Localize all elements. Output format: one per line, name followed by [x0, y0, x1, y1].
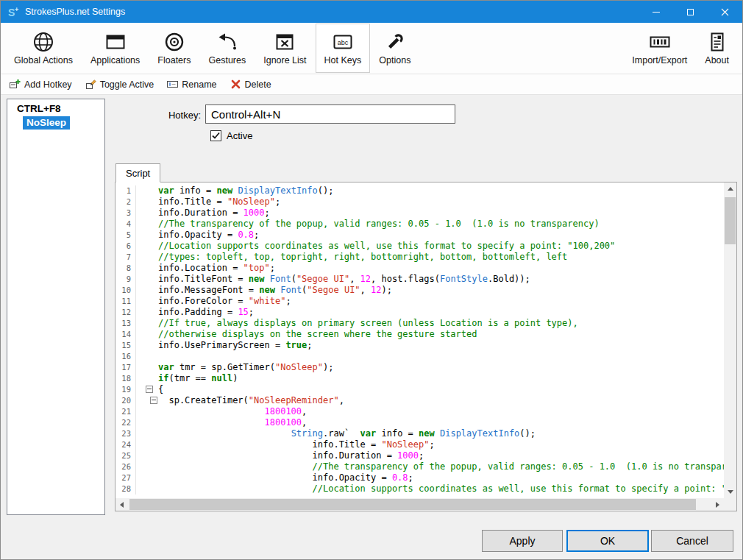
toolbar-item-label: About: [705, 55, 729, 65]
fold-margin: [135, 472, 158, 483]
fold-marker[interactable]: [146, 386, 153, 393]
about-document-icon: [706, 31, 728, 53]
titlebar: S + StrokesPlus.net Settings: [1, 1, 742, 23]
line-number: 6: [115, 241, 133, 252]
code-line: 22 1800100,: [115, 417, 724, 428]
main-toolbar: Global Actions Applications Floaters G: [1, 23, 742, 74]
code-line: 15info.UsePrimaryScreen = true;: [115, 340, 724, 351]
line-number: 15: [115, 340, 133, 351]
arrow-right-icon: [716, 502, 719, 508]
code-text: //Location supports coordinates as well,…: [158, 241, 615, 252]
active-checkbox[interactable]: [210, 130, 221, 141]
close-icon: [721, 8, 729, 16]
fold-margin: [135, 483, 158, 495]
check-icon: [211, 131, 221, 141]
delete-icon: [230, 79, 241, 90]
line-number: 2: [115, 196, 133, 208]
line-number: 3: [115, 208, 133, 219]
code-line: 5info.Opacity = 0.8;: [115, 230, 724, 241]
horizontal-scrollbar[interactable]: [115, 498, 724, 511]
code-line: 11info.ForeColor = "white";: [115, 296, 724, 307]
add-hotkey-button[interactable]: Add Hotkey: [4, 77, 77, 92]
line-number: 26: [115, 461, 133, 472]
code-line: 23 String.raw` var info = new DisplayTex…: [115, 428, 724, 439]
line-number: 13: [115, 318, 133, 329]
toolbar-item-about[interactable]: About: [696, 24, 738, 73]
hotkey-list-item-selected[interactable]: NoSleep: [23, 116, 70, 130]
code-text: //The transparency of the popup, valid r…: [158, 461, 724, 472]
line-number: 10: [115, 285, 133, 296]
scroll-left-button[interactable]: [115, 498, 128, 511]
ignore-window-icon: [274, 31, 296, 53]
fold-margin: [135, 395, 158, 406]
horizontal-scroll-thumb[interactable]: [129, 499, 696, 510]
code-text: info.Opacity = 0.8;: [158, 230, 259, 241]
line-number: 14: [115, 329, 133, 340]
line-number: 24: [115, 439, 133, 450]
code-text: 1800100,: [158, 417, 307, 428]
target-icon: [163, 31, 185, 53]
fold-margin: [135, 340, 158, 351]
toolbar-item-floaters[interactable]: Floaters: [149, 24, 199, 73]
toolbar-item-global-actions[interactable]: Global Actions: [5, 24, 82, 73]
toolbar-spacer: [419, 23, 623, 74]
line-number: 20: [115, 395, 133, 406]
toolbar-item-label: Applications: [90, 55, 140, 65]
fold-margin: [135, 252, 158, 263]
fold-margin: [135, 362, 158, 373]
toolbar-item-label: Import/Export: [632, 55, 687, 65]
line-number: 12: [115, 307, 133, 318]
toolbar-item-label: Global Actions: [14, 55, 73, 65]
vertical-scrollbar[interactable]: [724, 182, 736, 498]
code-text: info.ForeColor = "white";: [158, 296, 291, 307]
close-button[interactable]: [708, 1, 742, 23]
code-line: 1var info = new DisplayTextInfo();: [115, 185, 724, 196]
fold-margin: [135, 373, 158, 384]
apply-button[interactable]: Apply: [482, 530, 563, 552]
code-text: info.Opacity = 0.8;: [158, 472, 413, 483]
fold-margin: [135, 417, 158, 428]
code-line: 13//If true, always displays on primary …: [115, 318, 724, 329]
toolbar-item-gestures[interactable]: Gestures: [199, 24, 255, 73]
maximize-button[interactable]: [673, 1, 708, 23]
toolbar-item-hot-keys[interactable]: abc Hot Keys: [316, 24, 371, 73]
code-line: 3info.Duration = 1000;: [115, 208, 724, 219]
fold-margin: [135, 219, 158, 230]
cancel-button[interactable]: Cancel: [651, 530, 733, 552]
toolbar-item-options[interactable]: Options: [370, 24, 419, 73]
hotkey-input[interactable]: [205, 104, 455, 124]
toolbar-item-ignore-list[interactable]: Ignore List: [255, 24, 315, 73]
fold-margin: [135, 307, 158, 318]
code-text: 1800100,: [158, 406, 307, 417]
arrow-left-icon: [120, 502, 124, 508]
action-toolbar: Add Hotkey Toggle Active Rename Delete: [1, 74, 742, 95]
toolbar-item-applications[interactable]: Applications: [82, 24, 149, 73]
code-text: //If true, always displays on primary sc…: [158, 318, 578, 329]
delete-button[interactable]: Delete: [225, 77, 277, 92]
hotkey-list: CTRL+F8 NoSleep: [7, 99, 105, 515]
rename-button[interactable]: Rename: [162, 77, 221, 92]
action-label: Add Hotkey: [24, 79, 72, 90]
scrollbar-corner: [724, 498, 736, 511]
minimize-icon: [653, 12, 660, 13]
scroll-up-button[interactable]: [724, 182, 736, 195]
minimize-button[interactable]: [639, 1, 673, 23]
code-line: 20 sp.CreateTimer("NoSleepReminder",: [115, 395, 724, 406]
arrow-down-icon: [728, 490, 733, 494]
line-number: 8: [115, 263, 133, 274]
scroll-down-button[interactable]: [724, 486, 736, 498]
code-line: 18if(tmr == null): [115, 373, 724, 384]
code-text: //Location supports coordinates as well,…: [158, 483, 724, 495]
window-title: StrokesPlus.net Settings: [25, 7, 125, 17]
code-lines[interactable]: 1var info = new DisplayTextInfo();2info.…: [115, 182, 724, 498]
hotkey-list-item[interactable]: CTRL+F8: [7, 102, 104, 116]
add-icon: [10, 79, 21, 90]
toggle-active-button[interactable]: Toggle Active: [80, 77, 160, 92]
toolbar-item-import-export[interactable]: Import/Export: [623, 24, 696, 73]
fold-marker[interactable]: [150, 397, 157, 404]
tab-script[interactable]: Script: [115, 163, 160, 182]
scroll-right-button[interactable]: [711, 498, 724, 511]
ok-button[interactable]: OK: [566, 530, 649, 552]
vertical-scroll-thumb[interactable]: [725, 197, 736, 244]
toolbar-item-label: Floaters: [157, 55, 191, 65]
